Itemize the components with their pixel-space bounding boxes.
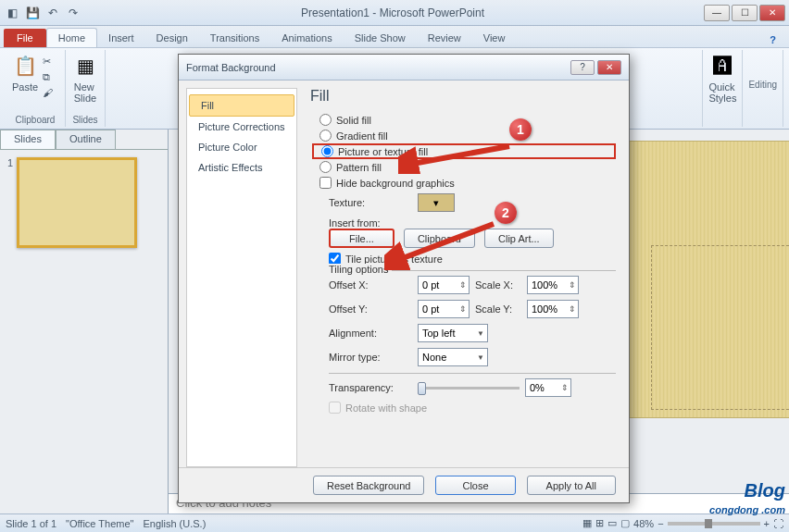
view-normal-icon[interactable]: ▦ (582, 517, 592, 529)
scale-y-input[interactable]: 100% (527, 300, 579, 318)
tab-review[interactable]: Review (417, 29, 472, 47)
view-slideshow-icon[interactable]: ▢ (620, 517, 630, 529)
copy-icon[interactable]: ⧉ (43, 71, 59, 84)
close-dialog-button[interactable]: Close (435, 476, 515, 495)
cut-icon[interactable]: ✂ (43, 56, 59, 68)
scale-x-input[interactable]: 100% (527, 276, 579, 294)
texture-row: Texture: ▾ (310, 191, 616, 215)
new-slide-label: New Slide (74, 81, 96, 104)
transparency-label: Transparency: (329, 382, 412, 393)
svg-line-1 (395, 224, 494, 261)
close-button[interactable]: ✕ (759, 5, 785, 21)
scale-x-label: Scale X: (475, 279, 521, 291)
zoom-slider[interactable] (668, 522, 760, 526)
app-icon: ◧ (4, 5, 20, 21)
offset-x-input[interactable]: 0 pt (418, 276, 470, 294)
annotation-badge-1: 1 (509, 118, 532, 141)
tab-transitions[interactable]: Transitions (199, 29, 270, 47)
radio-solid-fill[interactable]: Solid fill (310, 112, 616, 128)
offset-y-row: Offset Y: 0 pt Scale Y: 100% (310, 297, 616, 321)
offset-x-row: Offset X: 0 pt Scale X: 100% (310, 273, 616, 297)
quick-styles-button[interactable]: 🅰 Quick Styles (708, 52, 736, 104)
redo-icon[interactable]: ↷ (65, 5, 81, 21)
tab-home[interactable]: Home (46, 28, 97, 47)
view-reading-icon[interactable]: ▭ (607, 517, 617, 529)
thumb-number: 1 (7, 157, 13, 168)
paste-button[interactable]: 📋 Paste (11, 52, 39, 100)
panel-tabs: Slides Outline (0, 130, 168, 150)
format-background-dialog: Format Background ? ✕ Fill Picture Corre… (178, 54, 630, 503)
offset-y-label: Offset Y: (329, 303, 412, 315)
dialog-close-button[interactable]: ✕ (597, 60, 621, 75)
new-slide-button[interactable]: ▦ New Slide (71, 52, 99, 104)
checkbox-rotate: Rotate with shape (310, 400, 616, 415)
alignment-row: Alignment: Top left (310, 321, 616, 345)
mirror-label: Mirror type: (329, 352, 412, 363)
group-editing: Editing (743, 50, 783, 127)
thumbnail-1[interactable]: 1 (7, 157, 160, 248)
offset-y-input[interactable]: 0 pt (418, 300, 470, 318)
dialog-footer: Reset Background Close Apply to All (179, 467, 629, 502)
zoom-in-button[interactable]: + (764, 518, 770, 529)
dialog-titlebar[interactable]: Format Background ? ✕ (179, 55, 629, 80)
side-item-artistic[interactable]: Artistic Effects (187, 157, 296, 178)
group-label-editing: Editing (748, 80, 777, 90)
paste-icon: 📋 (11, 52, 39, 80)
side-item-color[interactable]: Picture Color (187, 137, 296, 157)
dialog-title: Format Background (186, 62, 568, 73)
tab-design[interactable]: Design (145, 29, 199, 47)
reset-button[interactable]: Reset Background (313, 476, 425, 495)
new-slide-icon: ▦ (71, 52, 99, 80)
zoom-level[interactable]: 48% (633, 518, 654, 529)
maximize-button[interactable]: ☐ (732, 5, 758, 21)
mirror-row: Mirror type: None (310, 345, 616, 369)
svg-line-0 (407, 146, 509, 165)
status-bar: Slide 1 of 1 "Office Theme" English (U.S… (0, 513, 789, 532)
ribbon-tabs: File Home Insert Design Transitions Anim… (0, 26, 789, 48)
file-tab[interactable]: File (4, 29, 46, 47)
tab-view[interactable]: View (472, 29, 517, 47)
side-item-fill[interactable]: Fill (189, 94, 294, 117)
minimize-button[interactable]: — (704, 5, 730, 21)
zoom-controls: ▦ ⊞ ▭ ▢ 48% − + ⛶ (582, 517, 783, 529)
slide-preview (622, 141, 789, 418)
format-painter-icon[interactable]: 🖌 (43, 87, 59, 100)
save-icon[interactable]: 💾 (24, 5, 41, 21)
quick-styles-label: Quick Styles (708, 81, 736, 104)
dialog-sidebar: Fill Picture Corrections Picture Color A… (186, 88, 297, 467)
help-icon[interactable]: ? (764, 32, 782, 47)
alignment-label: Alignment: (329, 328, 412, 339)
status-theme: "Office Theme" (66, 518, 133, 529)
zoom-out-button[interactable]: − (658, 518, 663, 529)
texture-picker[interactable]: ▾ (418, 193, 455, 212)
fill-heading: Fill (310, 88, 616, 105)
panel-tab-slides[interactable]: Slides (0, 130, 56, 149)
mirror-combo[interactable]: None (418, 348, 488, 366)
group-drawing: 🅰 Quick Styles (703, 50, 743, 127)
checkbox-hide-bg[interactable]: Hide background graphics (310, 175, 616, 191)
thumb-preview (17, 157, 137, 248)
dialog-help-button[interactable]: ? (570, 60, 595, 75)
offset-x-label: Offset X: (329, 279, 412, 291)
annotation-badge-2: 2 (495, 202, 517, 224)
thumbnails: 1 (0, 150, 168, 255)
paste-label: Paste (12, 81, 38, 93)
transparency-input[interactable]: 0% (525, 378, 571, 397)
side-item-corrections[interactable]: Picture Corrections (187, 117, 296, 137)
apply-all-button[interactable]: Apply to All (527, 476, 616, 495)
transparency-slider[interactable] (418, 387, 520, 390)
fit-icon[interactable]: ⛶ (773, 518, 783, 529)
watermark-logo: Blog congdong .com (709, 482, 785, 515)
status-slide: Slide 1 of 1 (6, 518, 56, 529)
group-label-clipboard: Clipboard (16, 115, 56, 125)
status-language[interactable]: English (U.S.) (143, 518, 206, 529)
tab-insert[interactable]: Insert (97, 29, 145, 47)
undo-icon[interactable]: ↶ (44, 5, 61, 21)
alignment-combo[interactable]: Top left (418, 324, 488, 342)
annotation-arrow-1 (398, 137, 519, 174)
quick-styles-icon: 🅰 (708, 52, 736, 80)
tab-slideshow[interactable]: Slide Show (344, 29, 417, 47)
view-sorter-icon[interactable]: ⊞ (595, 517, 604, 529)
tab-animations[interactable]: Animations (270, 29, 343, 47)
panel-tab-outline[interactable]: Outline (56, 130, 116, 149)
